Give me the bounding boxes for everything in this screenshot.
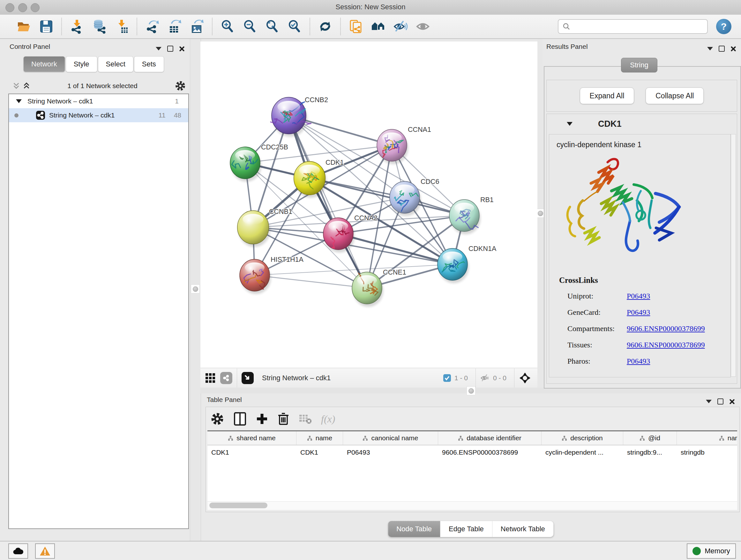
tab-sets[interactable]: Sets xyxy=(134,56,164,72)
network-row[interactable]: String Network – cdk1 11 48 xyxy=(9,108,188,122)
memory-button[interactable]: Memory xyxy=(687,543,736,559)
column-header-shared-name[interactable]: shared name xyxy=(207,431,296,445)
refresh-icon[interactable] xyxy=(317,18,333,35)
crosslink-label: Pharos: xyxy=(567,357,627,366)
column-header-namespace[interactable]: namespace xyxy=(677,431,737,445)
tab-style[interactable]: Style xyxy=(66,56,97,72)
network-node-label: RB1 xyxy=(480,196,494,204)
network-node-CDKN1A[interactable] xyxy=(437,248,469,283)
table-row[interactable]: CDK1CDK1P064939606.ENSP00000378699cyclin… xyxy=(207,445,737,459)
network-node-HIST1H1A[interactable] xyxy=(240,259,271,294)
function-builder-icon[interactable]: f(x) xyxy=(321,413,335,425)
network-options-gear-icon[interactable] xyxy=(175,80,186,91)
cloud-button[interactable] xyxy=(8,543,28,559)
zoom-selected-icon[interactable] xyxy=(286,18,303,35)
panel-float-icon[interactable] xyxy=(719,46,725,52)
panel-close-icon[interactable] xyxy=(729,399,735,405)
results-scrollbar[interactable] xyxy=(731,134,736,377)
delete-icon[interactable] xyxy=(278,412,289,426)
table-scrollbar-thumb[interactable] xyxy=(209,503,267,508)
import-network-file-icon[interactable] xyxy=(69,18,85,35)
crosslink-value[interactable]: P06493 xyxy=(627,308,650,317)
title-bar: Session: New Session xyxy=(0,0,741,15)
network-collection-row[interactable]: String Network – cdk1 1 xyxy=(9,94,188,108)
panel-menu-icon[interactable] xyxy=(156,47,161,51)
tab-node-table[interactable]: Node Table xyxy=(388,521,441,537)
panel-menu-icon[interactable] xyxy=(706,400,712,403)
network-node-RB1[interactable] xyxy=(449,199,481,234)
panel-float-icon[interactable] xyxy=(718,398,724,405)
panel-close-icon[interactable] xyxy=(179,46,185,52)
left-splitter-handle[interactable] xyxy=(191,285,200,294)
panel-float-icon[interactable] xyxy=(167,46,173,52)
tab-network[interactable]: Network xyxy=(23,56,65,72)
toolbar-separator xyxy=(514,368,515,388)
panel-menu-icon[interactable] xyxy=(707,47,713,51)
save-session-icon[interactable] xyxy=(38,18,55,35)
table-header-row: shared namenamecanonical namedatabase id… xyxy=(207,431,737,445)
collapse-triangle-icon[interactable] xyxy=(567,122,572,126)
collapse-all-button[interactable]: Collapse All xyxy=(646,87,704,104)
network-node-CDC25B[interactable] xyxy=(230,147,261,182)
birds-eye-view-icon[interactable] xyxy=(242,372,254,384)
horizontal-splitter-handle[interactable] xyxy=(467,386,475,395)
network-view-canvas[interactable]: CCNB2CCNA1CDC25BCDK1CDC6RB1CCNB1CCNA2CDK… xyxy=(200,42,537,368)
network-node-label: CDC6 xyxy=(421,178,440,186)
crosslink-row: Compartments:9606.ENSP00000378699 xyxy=(567,320,727,337)
crosslink-value[interactable]: 9606.ENSP00000378699 xyxy=(627,341,705,349)
hide-eye-slash-icon[interactable] xyxy=(392,18,409,35)
zoom-fit-icon[interactable] xyxy=(264,18,280,35)
search-input[interactable] xyxy=(570,20,707,33)
open-session-icon[interactable] xyxy=(16,18,32,35)
crosslink-value[interactable]: 9606.ENSP00000378699 xyxy=(627,324,705,333)
network-node-CDK1[interactable] xyxy=(294,162,327,198)
network-node-CCNA2[interactable] xyxy=(323,218,354,253)
crosslink-value[interactable]: P06493 xyxy=(627,357,650,366)
table-panel-title: Table Panel xyxy=(207,396,242,403)
houses-icon[interactable] xyxy=(370,18,387,35)
tab-string[interactable]: String xyxy=(621,58,657,72)
tab-select[interactable]: Select xyxy=(98,56,133,72)
column-header-description[interactable]: description xyxy=(542,431,623,445)
add-icon[interactable] xyxy=(256,413,268,425)
help-button[interactable]: ? xyxy=(716,19,731,34)
crosshair-icon[interactable] xyxy=(519,372,531,384)
column-header-canonical-name[interactable]: canonical name xyxy=(343,431,438,445)
table-horizontal-scrollbar[interactable] xyxy=(207,501,737,510)
gene-section-header[interactable]: CDK1 xyxy=(546,116,737,132)
warning-button[interactable] xyxy=(35,543,55,559)
zoom-out-icon[interactable] xyxy=(242,18,258,35)
network-node-CCNA1[interactable] xyxy=(377,129,408,164)
network-node-CCNE1[interactable] xyxy=(352,272,383,307)
tab-edge-table[interactable]: Edge Table xyxy=(441,521,492,537)
tab-network-table[interactable]: Network Table xyxy=(492,521,553,537)
node-table: shared namenamecanonical namedatabase id… xyxy=(207,430,737,502)
delete-table-icon[interactable] xyxy=(299,414,312,424)
show-columns-icon[interactable] xyxy=(233,412,246,426)
expand-all-button[interactable]: Expand All xyxy=(580,87,634,104)
duplicate-network-icon[interactable] xyxy=(347,18,364,35)
grid-mode-icon[interactable] xyxy=(205,373,216,383)
import-table-icon[interactable] xyxy=(113,18,130,35)
hidden-eye-slash-icon[interactable] xyxy=(480,373,490,383)
network-node-label: HIST1H1A xyxy=(271,256,304,263)
column-header-label: description xyxy=(570,434,603,442)
export-table-icon[interactable] xyxy=(166,18,183,35)
export-network-icon[interactable] xyxy=(144,18,160,35)
share-view-icon[interactable] xyxy=(220,372,232,384)
zoom-in-icon[interactable] xyxy=(219,18,236,35)
collapse-all-chevron-icon[interactable] xyxy=(13,82,20,89)
import-network-database-icon[interactable] xyxy=(91,18,108,35)
panel-close-icon[interactable] xyxy=(731,46,736,52)
selected-checkbox-icon[interactable] xyxy=(443,374,451,382)
column-header-database-identifier[interactable]: database identifier xyxy=(438,431,542,445)
export-image-icon[interactable] xyxy=(189,18,205,35)
collapse-triangle-icon[interactable] xyxy=(16,99,22,103)
table-options-gear-icon[interactable] xyxy=(211,412,224,426)
expand-all-chevron-icon[interactable] xyxy=(23,82,30,89)
crosslink-value[interactable]: P06493 xyxy=(627,292,650,300)
column-header-name[interactable]: name xyxy=(296,431,343,445)
show-eye-icon[interactable] xyxy=(414,18,431,35)
column-header-@id[interactable]: @id xyxy=(623,431,677,445)
network-edge xyxy=(255,264,453,275)
